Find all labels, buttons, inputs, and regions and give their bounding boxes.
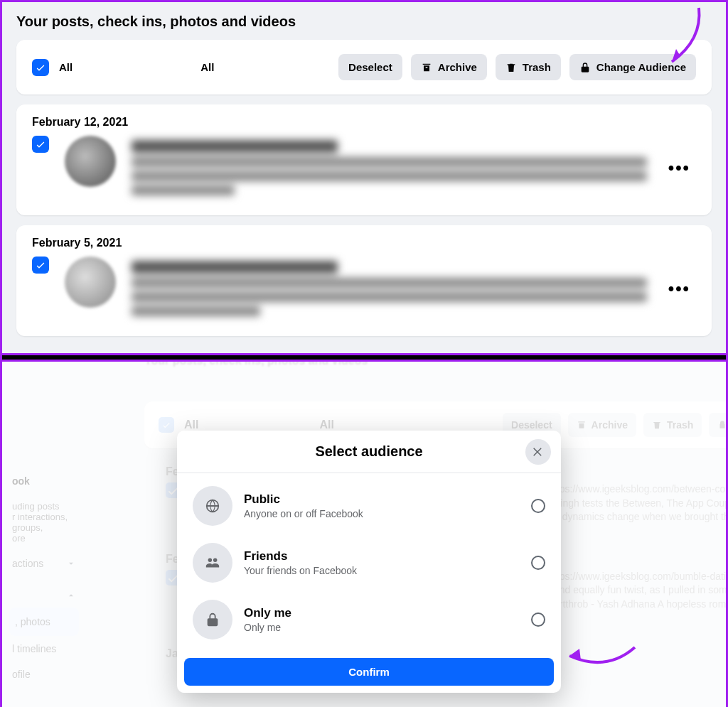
trash-icon — [505, 62, 517, 73]
radio-button[interactable] — [531, 556, 545, 570]
activity-log-modal-panel: ook uding posts r interactions, groups, … — [2, 362, 726, 707]
post-card: February 12, 2021 ••• — [16, 104, 712, 215]
modal-close-button[interactable] — [525, 439, 551, 465]
archive-label: Archive — [438, 61, 477, 73]
select-audience-modal: Select audience Public Anyone on or off … — [177, 431, 561, 693]
post-checkbox[interactable] — [32, 257, 49, 274]
post-date: February 12, 2021 — [32, 116, 696, 129]
confirm-button[interactable]: Confirm — [184, 658, 554, 686]
audience-option-friends[interactable]: Friends Your friends on Facebook — [188, 534, 550, 591]
radio-button[interactable] — [531, 612, 545, 627]
audience-option-public[interactable]: Public Anyone on or off Facebook — [188, 477, 550, 534]
radio-button[interactable] — [531, 499, 545, 513]
post-content-preview — [132, 136, 647, 200]
page-title: Your posts, check ins, photos and videos — [16, 14, 712, 30]
post-avatar — [65, 136, 116, 187]
filter-type-dropdown[interactable]: All — [200, 61, 214, 73]
modal-title: Select audience — [315, 443, 422, 459]
post-checkbox[interactable] — [32, 136, 49, 153]
friends-icon — [193, 543, 232, 583]
deselect-label: Deselect — [348, 61, 392, 73]
option-desc: Your friends on Facebook — [244, 565, 357, 576]
close-icon — [532, 446, 545, 458]
check-icon — [35, 62, 46, 73]
change-audience-button[interactable]: Change Audience — [569, 54, 696, 80]
globe-icon — [193, 486, 232, 526]
change-audience-label: Change Audience — [596, 61, 686, 73]
select-all-checkbox[interactable] — [32, 59, 49, 76]
audience-option-only-me[interactable]: Only me Only me — [188, 591, 550, 648]
post-avatar — [65, 257, 116, 308]
modal-header: Select audience — [177, 431, 561, 473]
filter-all-label[interactable]: All — [59, 61, 73, 73]
option-desc: Anyone on or off Facebook — [244, 508, 363, 519]
check-icon — [35, 139, 46, 150]
post-card: February 5, 2021 ••• — [16, 225, 712, 336]
post-date: February 5, 2021 — [32, 237, 696, 249]
activity-log-top-panel: Your posts, check ins, photos and videos… — [2, 2, 726, 353]
option-title: Public — [244, 492, 363, 507]
trash-label: Trash — [523, 61, 551, 73]
post-more-menu[interactable]: ••• — [663, 152, 696, 183]
option-desc: Only me — [244, 622, 291, 633]
post-content-preview — [132, 257, 647, 320]
check-icon — [35, 259, 46, 271]
post-more-menu[interactable]: ••• — [663, 273, 696, 304]
audience-option-list: Public Anyone on or off Facebook Friends… — [177, 473, 561, 654]
lock-icon — [193, 600, 232, 639]
screenshot-divider — [2, 353, 726, 362]
filter-toolbar: All All Deselect Archive Trash Change Au… — [16, 40, 712, 95]
deselect-button[interactable]: Deselect — [338, 54, 402, 80]
archive-button[interactable]: Archive — [411, 54, 487, 80]
lock-icon — [579, 62, 591, 73]
trash-button[interactable]: Trash — [496, 54, 561, 80]
option-title: Friends — [244, 549, 357, 563]
option-title: Only me — [244, 606, 291, 620]
archive-icon — [421, 62, 432, 73]
